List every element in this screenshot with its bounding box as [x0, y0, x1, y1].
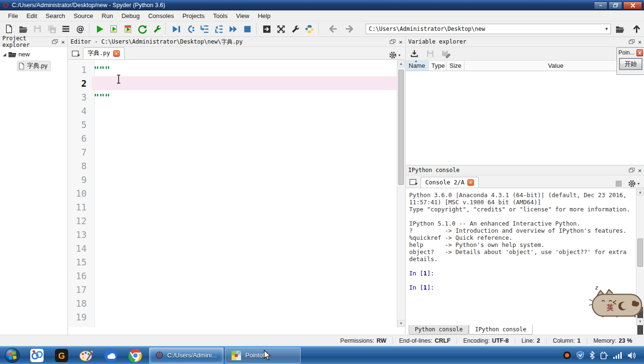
save-data-as-icon[interactable]	[441, 49, 451, 58]
volume-icon[interactable]	[627, 351, 636, 360]
preferences-button[interactable]	[288, 22, 303, 36]
menu-item[interactable]: Consoles	[144, 11, 178, 21]
close-pane-icon[interactable]: ×	[638, 167, 642, 173]
undock-icon[interactable]	[390, 39, 395, 44]
run-current-line-button[interactable]	[183, 22, 197, 36]
scroll-up-arrow[interactable]: ▲	[397, 60, 405, 67]
editor-line[interactable]: 8	[68, 159, 397, 173]
close-pane-icon[interactable]: ×	[638, 39, 642, 45]
editor-line[interactable]: 4	[68, 104, 397, 118]
editor-line[interactable]: 19	[68, 310, 397, 324]
save-data-icon[interactable]	[426, 49, 435, 58]
network-signal-icon[interactable]	[613, 351, 623, 360]
file-switcher-button[interactable]	[59, 22, 73, 36]
console-scrollbar-thumb[interactable]	[637, 238, 643, 267]
menu-item[interactable]: Search	[41, 11, 69, 21]
working-directory-combobox[interactable]: ▼	[366, 24, 611, 34]
editor-code-area[interactable]: 1 """ 2 3 """ 4 5 6 7	[68, 60, 397, 327]
tab-ipython-console[interactable]: IPython console	[469, 325, 532, 335]
power-plug-icon[interactable]	[599, 351, 608, 360]
start-button[interactable]	[0, 347, 25, 364]
editor-line[interactable]: 12	[68, 214, 397, 228]
browse-tabs-icon[interactable]	[70, 48, 82, 59]
editor-line[interactable]: 6	[68, 131, 397, 145]
variable-table-body[interactable]	[406, 71, 644, 164]
undock-icon[interactable]	[629, 168, 635, 173]
restore-button[interactable]	[608, 1, 622, 9]
close-pane-icon[interactable]: ×	[399, 39, 402, 45]
forward-button[interactable]	[342, 22, 357, 36]
menu-item[interactable]: Run	[98, 11, 117, 21]
column-header-size[interactable]: Size	[447, 61, 465, 71]
editor-line[interactable]: 13	[68, 228, 397, 241]
security-shield-icon[interactable]	[576, 351, 585, 360]
editor-scrollbar-thumb[interactable]	[398, 70, 404, 185]
menu-item[interactable]: Projects	[178, 11, 209, 21]
editor-tab[interactable]: 字典.py ✕	[83, 47, 125, 59]
continue-button[interactable]	[226, 22, 240, 36]
run-cell-advance-button[interactable]	[121, 22, 135, 36]
browse-directory-button[interactable]	[613, 22, 627, 36]
tab-close-icon[interactable]: ✕	[113, 50, 120, 57]
editor-line[interactable]: 18	[68, 296, 397, 310]
editor-line[interactable]: 3 """	[68, 90, 397, 104]
save-button[interactable]	[30, 22, 45, 36]
console-tab[interactable]: Console 2/A ✕	[420, 177, 479, 188]
python-path-button[interactable]	[303, 22, 317, 36]
working-directory-input[interactable]	[366, 26, 603, 32]
new-file-button[interactable]	[2, 22, 16, 36]
browse-tabs-icon[interactable]	[407, 176, 420, 188]
symbol-finder-button[interactable]: @	[73, 22, 88, 36]
menu-item[interactable]: Debug	[117, 11, 144, 21]
cat-ime-widget[interactable]: z z 英	[589, 283, 644, 322]
editor-line[interactable]: 15	[68, 255, 397, 269]
console-options-gear-icon[interactable]	[628, 180, 636, 188]
menu-item[interactable]: Edit	[22, 11, 41, 21]
step-return-button[interactable]	[212, 22, 226, 36]
menu-item[interactable]: File	[4, 11, 22, 21]
combobox-dropdown-icon[interactable]: ▼	[603, 27, 610, 31]
pinned-g-app-icon[interactable]: G	[49, 347, 74, 364]
pinned-chrome-icon[interactable]	[123, 347, 148, 364]
menu-item[interactable]: View	[232, 11, 253, 21]
record-icon[interactable]	[563, 351, 572, 360]
editor-line[interactable]: 16	[68, 269, 397, 282]
menu-item[interactable]: Source	[70, 11, 98, 21]
scroll-up-arrow[interactable]: ▲	[636, 189, 644, 196]
tab-close-icon[interactable]: ✕	[467, 179, 474, 186]
rerun-button[interactable]	[135, 22, 150, 36]
editor-line[interactable]: 10	[68, 186, 397, 200]
editor-line[interactable]: 11	[68, 200, 397, 214]
close-button[interactable]	[623, 1, 642, 9]
editor-line[interactable]: 17	[68, 282, 397, 296]
project-root-row[interactable]: ◢ new	[3, 51, 67, 58]
pointofix-close-icon[interactable]: x	[636, 49, 643, 56]
run-configuration-button[interactable]	[150, 22, 164, 36]
pinned-paint-palette-icon[interactable]	[74, 347, 98, 364]
project-file-row[interactable]: 字典.py	[17, 61, 51, 71]
editor-line[interactable]: 14	[68, 241, 397, 255]
column-header-name[interactable]: ▲ Name	[406, 61, 429, 71]
pinned-remote-knot-icon[interactable]	[25, 347, 49, 364]
stop-debug-button[interactable]	[241, 22, 255, 36]
run-cell-button[interactable]	[107, 22, 121, 36]
editor-options-gear-icon[interactable]	[389, 51, 397, 59]
editor-line[interactable]: 7	[68, 145, 397, 159]
column-header-type[interactable]: Type	[429, 61, 447, 71]
run-button[interactable]	[93, 22, 107, 36]
interrupt-kernel-icon[interactable]	[615, 180, 622, 187]
debug-button[interactable]	[169, 22, 183, 36]
pointofix-titlebar[interactable]: Poin... x	[617, 48, 644, 57]
expand-triangle-icon[interactable]: ◢	[3, 52, 6, 57]
import-data-icon[interactable]	[410, 49, 419, 58]
editor-line[interactable]: 5	[68, 118, 397, 131]
fullscreen-button[interactable]	[274, 22, 288, 36]
taskbar-button-spyder[interactable]: C:/Users/Admini...	[149, 347, 224, 364]
parent-directory-button[interactable]	[629, 22, 644, 36]
close-pane-icon[interactable]: ×	[61, 39, 65, 45]
tab-python-console[interactable]: Python console	[409, 325, 469, 335]
menu-item[interactable]: Tools	[209, 11, 232, 21]
taskbar-button-pointofix[interactable]: Pointofix	[225, 347, 301, 364]
menu-item[interactable]: Help	[253, 11, 275, 21]
minimize-button[interactable]: –	[594, 1, 608, 9]
